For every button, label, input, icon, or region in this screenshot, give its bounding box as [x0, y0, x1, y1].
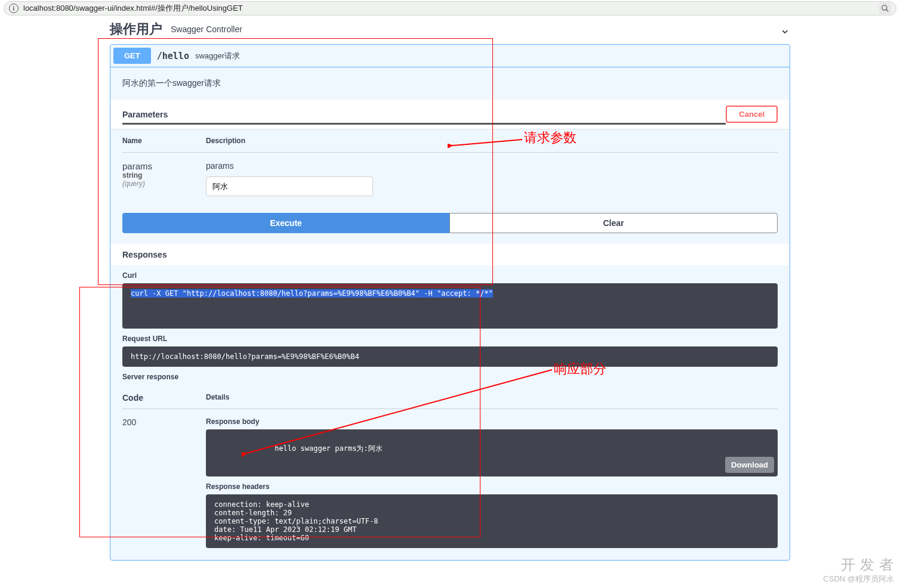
curl-label: Curl — [122, 271, 778, 280]
browser-url-bar: i localhost:8080/swagger-ui/index.html#/… — [4, 1, 896, 16]
column-name-header: Name — [122, 137, 206, 145]
tag-header[interactable]: 操作用户 Swagger Controller ⌄ — [110, 17, 790, 44]
response-body-label: Response body — [206, 417, 778, 426]
column-details-header: Details — [206, 393, 778, 403]
request-url-output[interactable]: http://localhost:8080/hello?params=%E9%9… — [122, 346, 778, 367]
response-row: 200 Response body hello swagger parms为:阿… — [122, 409, 778, 548]
parameter-row: params string (query) params — [122, 153, 778, 205]
param-description: params — [206, 161, 778, 171]
http-method-badge: GET — [113, 48, 151, 64]
param-input[interactable] — [206, 177, 373, 196]
column-code-header: Code — [122, 393, 206, 403]
param-type: string — [122, 171, 206, 180]
watermark: 开 发 者 CSDN @程序员阿水 — [823, 556, 894, 569]
svg-line-1 — [886, 10, 889, 12]
svg-point-0 — [882, 5, 887, 10]
parameters-heading: Parameters — [122, 110, 726, 125]
info-icon: i — [9, 4, 19, 13]
param-in: (query) — [122, 180, 206, 188]
column-description-header: Description — [206, 137, 778, 145]
curl-output[interactable]: curl -X GET "http://localhost:8080/hello… — [122, 283, 778, 329]
server-response-label: Server response — [122, 373, 778, 381]
status-code: 200 — [122, 417, 206, 548]
cancel-button[interactable]: Cancel — [726, 106, 778, 123]
response-body-output[interactable]: hello swagger parms为:阿水 Download — [206, 429, 778, 476]
responses-header: Responses — [110, 244, 790, 265]
parameters-header: Parameters Cancel — [110, 100, 790, 129]
response-headers-output[interactable]: connection: keep-alive content-length: 2… — [206, 494, 778, 548]
endpoint-summary: swagger请求 — [195, 51, 240, 61]
operation-description: 阿水的第一个swagger请求 — [110, 67, 790, 100]
execute-button[interactable]: Execute — [122, 213, 449, 233]
param-name: params — [122, 161, 206, 171]
zoom-icon[interactable] — [879, 2, 891, 14]
tag-description: Swagger Controller — [171, 24, 242, 34]
responses-heading: Responses — [122, 250, 778, 259]
url-text: localhost:8080/swagger-ui/index.html#/操作… — [23, 3, 879, 14]
operation-summary[interactable]: GET /hello swagger请求 — [110, 45, 790, 67]
response-headers-label: Response headers — [206, 482, 778, 491]
chevron-down-icon[interactable]: ⌄ — [779, 21, 790, 37]
clear-button[interactable]: Clear — [449, 213, 778, 233]
tag-name: 操作用户 — [110, 20, 162, 38]
request-url-label: Request URL — [122, 335, 778, 343]
operation-block: GET /hello swagger请求 阿水的第一个swagger请求 Par… — [110, 44, 790, 561]
download-button[interactable]: Download — [725, 457, 774, 473]
endpoint-path: /hello — [157, 51, 189, 61]
